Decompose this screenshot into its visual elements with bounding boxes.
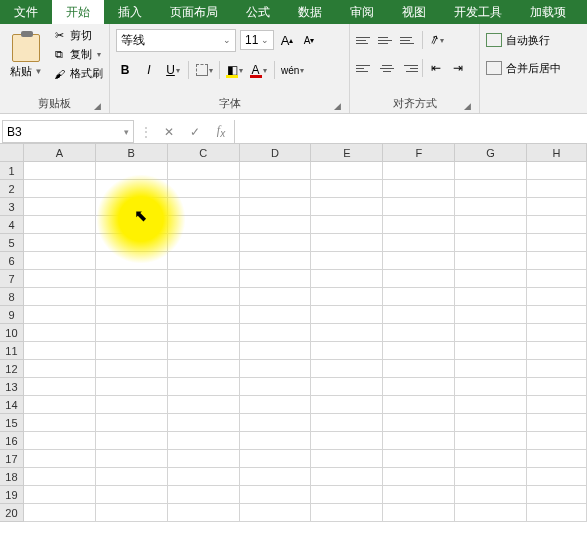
cell[interactable] xyxy=(240,288,312,306)
tab-page-layout[interactable]: 页面布局 xyxy=(156,0,232,24)
cell[interactable] xyxy=(455,342,527,360)
row-header[interactable]: 4 xyxy=(0,216,24,234)
cancel-button[interactable]: ✕ xyxy=(156,120,182,143)
row-header[interactable]: 11 xyxy=(0,342,24,360)
row-header[interactable]: 14 xyxy=(0,396,24,414)
cell[interactable] xyxy=(24,342,96,360)
align-right-button[interactable] xyxy=(400,59,418,77)
cell[interactable] xyxy=(96,324,168,342)
cell[interactable] xyxy=(311,360,383,378)
cell[interactable] xyxy=(527,504,587,522)
cell[interactable] xyxy=(383,324,455,342)
cell[interactable] xyxy=(168,360,240,378)
cell[interactable] xyxy=(96,342,168,360)
cell[interactable] xyxy=(527,378,587,396)
cell[interactable] xyxy=(96,504,168,522)
dialog-launcher-icon[interactable]: ◢ xyxy=(464,101,471,111)
column-header[interactable]: E xyxy=(311,144,383,162)
cell[interactable] xyxy=(168,396,240,414)
cell[interactable] xyxy=(168,414,240,432)
cell[interactable] xyxy=(96,432,168,450)
cell[interactable] xyxy=(311,198,383,216)
increase-indent-button[interactable]: ⇥ xyxy=(449,57,467,79)
align-middle-button[interactable] xyxy=(378,31,396,49)
cell[interactable] xyxy=(24,378,96,396)
cell[interactable] xyxy=(24,504,96,522)
cell[interactable] xyxy=(240,234,312,252)
cell[interactable] xyxy=(527,216,587,234)
cell[interactable] xyxy=(240,360,312,378)
copy-button[interactable]: ⧉ 复制▾ xyxy=(52,47,103,62)
cell[interactable] xyxy=(96,414,168,432)
formula-input[interactable] xyxy=(234,120,587,143)
cell[interactable] xyxy=(383,468,455,486)
cell[interactable] xyxy=(383,288,455,306)
cell[interactable] xyxy=(96,270,168,288)
cell[interactable] xyxy=(383,432,455,450)
cell[interactable] xyxy=(455,396,527,414)
row-header[interactable]: 12 xyxy=(0,360,24,378)
cell[interactable] xyxy=(168,324,240,342)
cell[interactable] xyxy=(383,414,455,432)
cell[interactable] xyxy=(455,468,527,486)
cell[interactable] xyxy=(455,162,527,180)
cell[interactable] xyxy=(383,504,455,522)
cell[interactable] xyxy=(96,162,168,180)
cell[interactable] xyxy=(311,468,383,486)
cell[interactable] xyxy=(311,378,383,396)
cell[interactable] xyxy=(24,180,96,198)
align-center-button[interactable] xyxy=(378,59,396,77)
row-header[interactable]: 9 xyxy=(0,306,24,324)
row-header[interactable]: 10 xyxy=(0,324,24,342)
cell[interactable] xyxy=(527,324,587,342)
paste-button[interactable]: 粘贴▼ xyxy=(6,26,46,86)
cell[interactable] xyxy=(96,378,168,396)
dialog-launcher-icon[interactable]: ◢ xyxy=(94,101,101,111)
column-header[interactable]: D xyxy=(240,144,312,162)
cell[interactable] xyxy=(240,432,312,450)
cell[interactable] xyxy=(24,252,96,270)
cell[interactable] xyxy=(527,432,587,450)
cell[interactable] xyxy=(24,486,96,504)
cell[interactable] xyxy=(24,432,96,450)
decrease-font-button[interactable]: A▾ xyxy=(300,29,318,51)
phonetic-button[interactable]: wén▾ xyxy=(281,59,304,81)
column-header[interactable]: G xyxy=(455,144,527,162)
row-header[interactable]: 20 xyxy=(0,504,24,522)
cell[interactable] xyxy=(240,216,312,234)
enter-button[interactable]: ✓ xyxy=(182,120,208,143)
cell[interactable] xyxy=(527,198,587,216)
cell[interactable] xyxy=(383,216,455,234)
cell[interactable] xyxy=(311,180,383,198)
cell[interactable] xyxy=(311,396,383,414)
cell[interactable] xyxy=(455,252,527,270)
tab-view[interactable]: 视图 xyxy=(388,0,440,24)
cell[interactable] xyxy=(383,234,455,252)
cell[interactable] xyxy=(24,216,96,234)
cell[interactable] xyxy=(24,198,96,216)
cell[interactable] xyxy=(24,360,96,378)
cell[interactable] xyxy=(383,342,455,360)
cell[interactable] xyxy=(455,360,527,378)
row-header[interactable]: 13 xyxy=(0,378,24,396)
tab-formulas[interactable]: 公式 xyxy=(232,0,284,24)
tab-data[interactable]: 数据 xyxy=(284,0,336,24)
cell[interactable] xyxy=(455,198,527,216)
cell[interactable] xyxy=(383,198,455,216)
cell[interactable] xyxy=(168,378,240,396)
column-header[interactable]: F xyxy=(383,144,455,162)
border-button[interactable]: ▾ xyxy=(195,59,213,81)
tab-review[interactable]: 审阅 xyxy=(336,0,388,24)
orientation-button[interactable]: ⇗▾ xyxy=(427,29,445,51)
cell[interactable] xyxy=(240,468,312,486)
cell[interactable] xyxy=(240,342,312,360)
tab-insert[interactable]: 插入 xyxy=(104,0,156,24)
cell[interactable] xyxy=(527,180,587,198)
cell[interactable] xyxy=(168,252,240,270)
cell[interactable] xyxy=(24,450,96,468)
cell[interactable] xyxy=(527,450,587,468)
cell[interactable] xyxy=(240,162,312,180)
italic-button[interactable]: I xyxy=(140,59,158,81)
row-header[interactable]: 18 xyxy=(0,468,24,486)
wrap-text-button[interactable]: 自动换行 xyxy=(486,26,550,54)
